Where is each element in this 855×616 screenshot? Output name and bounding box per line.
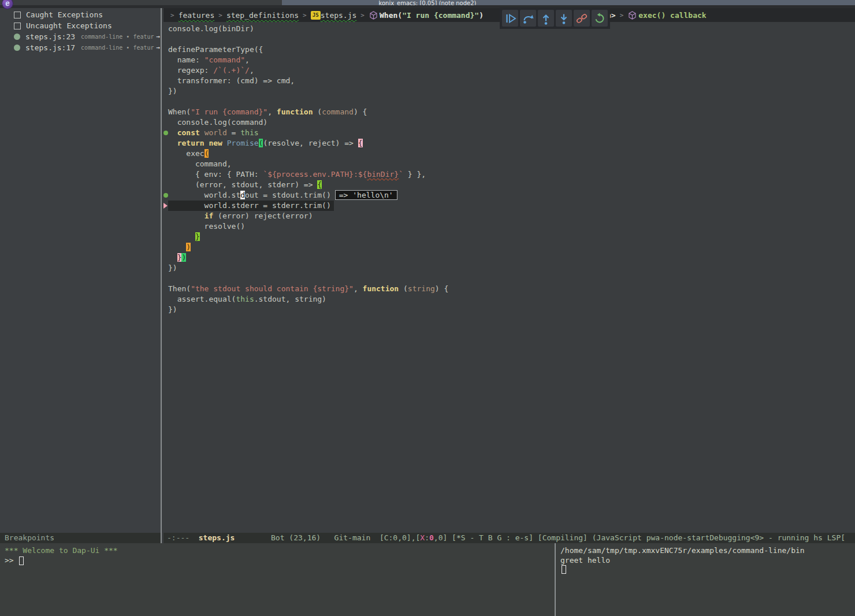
code-line-text: ) <box>168 242 191 253</box>
code-line[interactable]: name: "command", <box>163 55 855 65</box>
breakpoint-detail: command-line • featur <box>81 44 154 51</box>
code-line[interactable]: console.log(command) <box>163 117 855 128</box>
code-line-text: return new Promise((resolve, reject) => … <box>168 138 363 149</box>
breakpoint-list-item[interactable]: steps.js:17command-line • featur→ <box>0 42 161 53</box>
code-line[interactable]: command, <box>163 159 855 169</box>
code-line-text: console.log(command) <box>168 117 267 128</box>
output-cursor <box>562 565 566 574</box>
code-editor[interactable]: console.log(binDir)defineParameterType({… <box>163 22 855 315</box>
window-divider[interactable] <box>161 8 162 543</box>
breakpoint-location: steps.js:17 <box>25 43 75 52</box>
window-divider[interactable] <box>555 543 556 616</box>
chevron-right-icon: > <box>218 12 222 19</box>
program-output-panel[interactable]: /home/sam/tmp/tmp.xmxvENC75r/examples/co… <box>556 543 855 616</box>
code-line[interactable]: transformer: (cmd) => cmd, <box>163 76 855 86</box>
code-line-text: }) <box>168 305 177 315</box>
step-in-button[interactable] <box>556 10 572 27</box>
code-line[interactable]: resolve() <box>163 221 855 232</box>
code-line[interactable]: world.stderr = stderr.trim() <box>163 201 855 211</box>
code-line-text: name: "command", <box>168 55 250 65</box>
code-line-text: }) <box>168 253 186 263</box>
chevron-right-icon: > <box>170 12 174 19</box>
code-line[interactable]: }) <box>163 253 855 263</box>
breakpoints-panel: Caught ExceptionsUncaught Exceptionsstep… <box>0 8 161 533</box>
code-line[interactable]: exec( <box>163 149 855 159</box>
step-in-icon <box>557 12 571 25</box>
output-lines: /home/sam/tmp/tmp.xmxvENC75r/examples/co… <box>560 546 855 565</box>
code-line[interactable] <box>163 34 855 44</box>
continue-button[interactable] <box>502 10 518 27</box>
restart-button[interactable] <box>592 10 608 27</box>
symbol-cube-icon <box>627 10 637 20</box>
symbol-cube-icon <box>369 10 378 20</box>
execution-arrow-icon <box>163 203 168 209</box>
breadcrumb-exec-label: exec() callback <box>638 11 706 20</box>
exception-toggle[interactable]: Caught Exceptions <box>0 9 161 20</box>
code-line[interactable] <box>163 273 855 284</box>
modeline-segment: ,0] [*S - T B G : e-s] [Compiling] (Java… <box>434 533 845 542</box>
code-line-text: command, <box>168 159 232 169</box>
code-line[interactable]: return new Promise((resolve, reject) => … <box>163 138 855 149</box>
code-line-text: defineParameterType({ <box>168 44 263 55</box>
text-cursor: d <box>240 191 245 199</box>
code-line[interactable]: }) <box>163 305 855 315</box>
checkbox-icon[interactable] <box>14 23 21 29</box>
code-line-text: world.stderr = stderr.trim() <box>168 201 334 211</box>
chevron-right-icon: > <box>620 12 624 19</box>
exception-toggle[interactable]: Uncaught Exceptions <box>0 20 161 31</box>
step-over-button[interactable] <box>520 10 536 27</box>
inline-eval-hint: => 'hello\n' <box>335 190 397 200</box>
breadcrumb-symbol-exec[interactable]: n>>exec() callback <box>607 8 707 22</box>
repl-panel[interactable]: *** Welcome to Dap-Ui *** >> <box>0 543 555 616</box>
modeline-segment: X <box>420 533 425 542</box>
checkbox-icon[interactable] <box>14 12 21 18</box>
step-over-icon <box>521 12 535 25</box>
code-line-text: console.log(binDir) <box>168 24 254 34</box>
code-line-text: resolve() <box>168 221 245 232</box>
code-line[interactable]: const world = this <box>163 128 855 138</box>
code-line[interactable]: ) <box>163 242 855 253</box>
code-line[interactable]: assert.equal(this.stdout, string) <box>163 294 855 305</box>
code-line-text: Then("the stdout should contain {string}… <box>168 284 448 294</box>
window-title: konix_emacs: [0.05] (note node2) <box>0 0 855 5</box>
breakpoint-detail: command-line • featur <box>81 34 154 40</box>
output-line: /home/sam/tmp/tmp.xmxvENC75r/examples/co… <box>560 546 855 555</box>
code-line-text: }) <box>168 86 177 97</box>
repl-cursor[interactable] <box>19 556 24 565</box>
code-line[interactable]: { env: { PATH: `${process.env.PATH}:${bi… <box>163 169 855 180</box>
code-line[interactable]: }) <box>163 263 855 273</box>
breadcrumb-symbol-when[interactable]: When("I run {command}") <box>380 11 484 20</box>
code-line[interactable]: }) <box>163 86 855 97</box>
code-line-text: assert.equal(this.stdout, string) <box>168 294 326 305</box>
step-out-icon <box>539 12 553 25</box>
truncation-arrow-icon: → <box>156 44 160 51</box>
code-line[interactable]: } <box>163 232 855 242</box>
code-line-text: regexp: /`(.+)`/, <box>168 65 254 76</box>
code-line-text: world.stdout = stdout.trim() <box>168 190 331 201</box>
code-line[interactable]: (error, stdout, stderr) => { <box>163 180 855 190</box>
code-line[interactable]: When("I run {command}", function (comman… <box>163 107 855 117</box>
repl-prompt: >> <box>5 555 18 566</box>
code-line-text: } <box>168 232 200 242</box>
code-line[interactable]: defineParameterType({ <box>163 44 855 55</box>
code-line-text: (error, stdout, stderr) => { <box>168 180 322 190</box>
breadcrumb-item[interactable]: steps.js <box>321 11 357 20</box>
breadcrumb-item[interactable]: features <box>179 11 215 20</box>
code-line[interactable] <box>163 97 855 107</box>
emacs-logo-icon: e <box>2 0 14 8</box>
truncation-arrow-icon: → <box>156 33 160 40</box>
exception-label: Uncaught Exceptions <box>26 21 112 30</box>
breakpoint-dot-icon <box>14 44 20 51</box>
code-line[interactable]: regexp: /`(.+)`/, <box>163 65 855 76</box>
breadcrumb-item[interactable]: step_definitions <box>226 11 299 20</box>
code-line[interactable]: world.stdout = stdout.trim()=> 'hello\n' <box>163 190 855 201</box>
code-line[interactable]: if (error) reject(error) <box>163 211 855 221</box>
editor-modeline: -:--- steps.js Bot (23,16) Git-main [C:0… <box>163 533 855 543</box>
code-line-text: exec( <box>168 149 209 159</box>
modeline-segment: 0 <box>429 533 434 542</box>
disconnect-button[interactable] <box>574 10 590 27</box>
window-titlebar: konix_emacs: [0.05] (note node2) <box>0 0 855 5</box>
breakpoint-list-item[interactable]: steps.js:23command-line • featur→ <box>0 31 161 42</box>
code-line[interactable]: Then("the stdout should contain {string}… <box>163 284 855 294</box>
step-out-button[interactable] <box>538 10 554 27</box>
